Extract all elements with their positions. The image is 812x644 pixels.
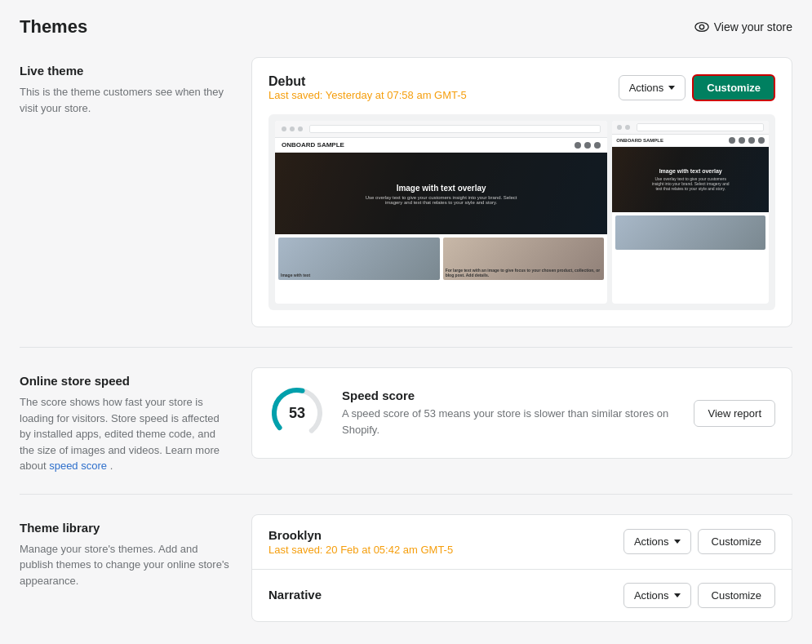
narrative-info: Narrative [268,588,322,603]
theme-saved: Last saved: Yesterday at 07:58 am GMT-5 [268,89,467,101]
theme-library-desc: Manage your store's themes. Add and publ… [20,541,232,589]
preview-mobile-nav-icons [729,137,765,144]
theme-library-main: Brooklyn Last saved: 20 Feb at 05:42 am … [251,514,792,622]
preview-hero-mobile: Image with text overlay Use overlay text… [612,147,769,212]
speed-score-number: 53 [289,405,305,422]
narrative-customize-button[interactable]: Customize [698,583,775,608]
speed-title: Speed score [342,389,677,402]
preview-hero-sub: Use overlay text to give your customers … [358,195,525,205]
mobile-nav-icon-search [729,137,735,144]
preview-bottom-desktop: Image with text For large text with an i… [275,234,607,283]
speed-gauge: 53 [268,384,326,442]
speed-score-desc: A speed score of 53 means your store is … [342,406,677,437]
theme-library-sidebar: Theme library Manage your store's themes… [20,514,232,622]
preview-mobile-nav: ONBOARD SAMPLE [612,135,769,147]
chevron-down-icon [668,86,675,90]
preview-img-right: For large text with an image to give foc… [443,238,605,280]
speed-sidebar: Online store speed The score shows how f… [20,367,232,474]
preview-mobile-store-name: ONBOARD SAMPLE [616,138,663,143]
customize-button[interactable]: Customize [692,74,775,101]
preview-desktop-nav: ONBOARD SAMPLE [275,138,607,153]
preview-mobile-hero-sub: Use overlay text to give your customers … [651,177,730,192]
brooklyn-customize-button[interactable]: Customize [698,529,775,554]
eye-icon [694,20,709,34]
theme-library-section: Theme library Manage your store's themes… [20,514,792,622]
mobile-dot-2 [625,125,630,130]
speed-info: Speed score A speed score of 53 means yo… [342,389,677,437]
mobile-dot-1 [617,125,622,130]
theme-preview: ONBOARD SAMPLE Image with text o [268,114,775,310]
preview-browser-bar [275,121,607,138]
brooklyn-info: Brooklyn Last saved: 20 Feb at 05:42 am … [268,528,453,556]
preview-mobile-bar [612,121,769,135]
live-theme-main: Debut Last saved: Yesterday at 07:58 am … [251,57,792,327]
speed-section: Online store speed The score shows how f… [20,367,792,474]
preview-nav-icons [575,142,601,149]
brooklyn-name: Brooklyn [268,528,453,542]
brooklyn-actions: Actions Customize [623,529,775,554]
page-header: Themes View your store [20,16,792,38]
browser-dot-1 [282,127,286,131]
preview-desktop: ONBOARD SAMPLE Image with text o [275,121,607,304]
browser-dot-3 [298,127,303,131]
mobile-nav-icon-menu [758,137,765,144]
browser-dot-2 [290,127,295,131]
brooklyn-chevron-icon [674,540,681,544]
speed-desc: The score shows how fast your store is l… [20,394,232,474]
svg-point-0 [695,23,708,32]
speed-main: 53 Speed score A speed score of 53 means… [251,367,792,474]
page-title: Themes [20,16,87,38]
preview-mobile-url [637,123,764,131]
table-row: Narrative Actions Customize [252,570,792,621]
preview-mobile: ONBOARD SAMPLE [612,121,769,304]
view-store-link[interactable]: View your store [694,20,792,34]
live-theme-sidebar: Live theme This is the theme customers s… [20,57,232,327]
theme-name: Debut [268,74,467,89]
preview-mobile-hero-title: Image with text overlay [651,167,730,175]
mobile-nav-icon-user [739,137,745,144]
narrative-name: Narrative [268,588,322,602]
preview-hero-mobile-text: Image with text overlay Use overlay text… [651,167,730,191]
preview-img-label: Image with text [281,273,310,278]
narrative-actions-button[interactable]: Actions [623,583,691,608]
view-store-label: View your store [714,20,792,33]
theme-library-card: Brooklyn Last saved: 20 Feb at 05:42 am … [251,514,792,622]
divider-2 [20,494,792,495]
live-theme-desc: This is the theme customers see when the… [20,84,232,116]
view-report-button[interactable]: View report [694,400,775,427]
live-theme-card: Debut Last saved: Yesterday at 07:58 am … [251,57,792,327]
svg-point-1 [699,24,703,29]
speed-score-link[interactable]: speed score [49,460,107,472]
preview-mobile-bottom [612,212,769,253]
theme-actions: Actions Customize [619,74,775,101]
live-theme-heading: Live theme [20,64,232,78]
speed-desc-period: . [110,460,113,472]
narrative-actions: Actions Customize [623,583,775,608]
speed-card: 53 Speed score A speed score of 53 means… [251,367,792,459]
nav-icon-user [584,142,591,149]
nav-icon-search [575,142,581,149]
preview-store-name: ONBOARD SAMPLE [282,141,344,149]
actions-label: Actions [629,82,664,94]
preview-img-left: Image with text [278,238,440,280]
actions-button[interactable]: Actions [619,75,686,100]
theme-card-header: Debut Last saved: Yesterday at 07:58 am … [268,74,775,111]
brooklyn-actions-button[interactable]: Actions [623,529,691,554]
narrative-actions-label: Actions [634,589,669,602]
theme-name-wrapper: Debut Last saved: Yesterday at 07:58 am … [268,74,467,111]
preview-mobile-img [615,215,765,250]
theme-library-heading: Theme library [20,521,232,535]
preview-img-sub: For large text with an image to give foc… [446,268,605,278]
divider-1 [20,347,792,348]
live-theme-section: Live theme This is the theme customers s… [20,57,792,327]
preview-url-bar [309,125,601,133]
narrative-chevron-icon [674,593,681,597]
nav-icon-cart [594,142,601,149]
table-row: Brooklyn Last saved: 20 Feb at 05:42 am … [252,515,792,570]
speed-heading: Online store speed [20,374,232,388]
preview-hero-desktop: Image with text overlay Use overlay text… [275,153,607,234]
speed-card-inner: 53 Speed score A speed score of 53 means… [252,368,792,458]
brooklyn-saved: Last saved: 20 Feb at 05:42 am GMT-5 [268,544,453,556]
preview-hero-title: Image with text overlay [358,183,525,193]
preview-hero-text: Image with text overlay Use overlay text… [358,183,525,205]
